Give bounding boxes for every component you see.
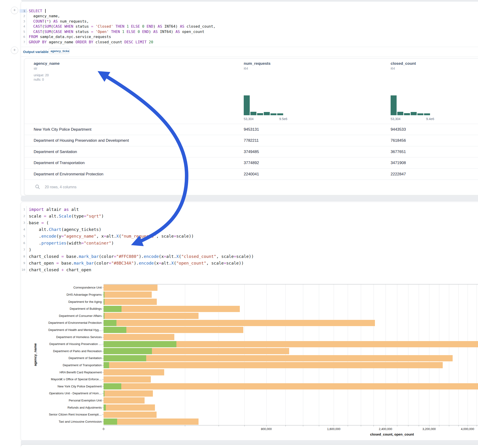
cell-closed-count: 7618456 [391, 138, 406, 143]
code-text: alt.Chart(agency_tickets) [26, 226, 101, 233]
code-line: 3 COUNT(*) AS num_requests, [20, 19, 215, 24]
line-number: 2 [20, 14, 26, 18]
code-line: 2scale = alt.Scale(type="sqrt") [20, 213, 254, 219]
code-line: 10chart_closed + chart_open [20, 266, 254, 273]
line-number: 1 [20, 208, 26, 211]
histogram-bar [277, 113, 283, 115]
code-text: chart_closed = base.mark_bar(color="#FFC… [26, 253, 254, 260]
line-number: 7 [20, 248, 26, 251]
code-line: 8chart_closed = base.mark_bar(color="#FF… [20, 253, 254, 260]
code-line: 9chart_open = base.mark_bar(color="#8BC3… [20, 260, 254, 266]
line-number: 6 [20, 35, 26, 38]
code-line: 5 .encode(y="agency_name", x=alt.X("num_… [20, 233, 254, 239]
sql-code-editor[interactable]: 1⌄SELECT 2 agency_name,3 COUNT(*) AS num… [20, 8, 215, 45]
histogram-bar [424, 113, 430, 115]
cell-num-requests: 3774892 [244, 161, 259, 165]
cell-gap [21, 196, 478, 201]
cell-num-requests: 9453131 [244, 127, 259, 132]
line-number: 6 [20, 241, 26, 245]
code-text: GROUP BY agency_name ORDER BY closed_cou… [26, 39, 153, 45]
output-variable-label: Output variable: [23, 50, 50, 54]
output-variable-input[interactable]: agency_tickets [49, 48, 69, 54]
cell-num-requests: 7782211 [244, 138, 259, 143]
histogram-bar [417, 113, 423, 115]
cell-closed-count: 3677651 [391, 149, 406, 154]
column-type-closed-count: i64 [391, 67, 395, 70]
next-cell-edge [21, 445, 478, 448]
cell-agency-name: Department of Transportation [34, 161, 85, 165]
table-row-count: 20 rows, 4 columns [45, 185, 76, 189]
line-number: 4 [20, 228, 26, 231]
table-row: Department of Environmental Protection22… [25, 168, 478, 180]
histogram-max-label: 9.5e6 [279, 117, 287, 121]
code-text: COUNT(*) AS num_requests, [26, 19, 89, 24]
line-number: 10 [20, 268, 26, 272]
histogram-bar [270, 113, 277, 115]
histogram-min-label: 53,304 [244, 117, 254, 121]
histogram-num-requests [244, 95, 284, 115]
python-code-editor[interactable]: 1import altair as alt2scale = alt.Scale(… [20, 206, 254, 273]
code-line: 1import altair as alt [20, 206, 254, 213]
cell-closed-count: 2222847 [391, 172, 406, 176]
code-line: 3⌄base = ( [20, 219, 254, 226]
column-header-closed-count[interactable]: closed_count [391, 61, 416, 66]
cell-agency-name: Department of Environmental Protection [34, 172, 103, 176]
code-text: .encode(y="agency_name", x=alt.X("num_re… [26, 233, 194, 239]
cell-closed-count: 9443533 [391, 127, 406, 132]
histogram-closed-count [391, 95, 431, 115]
histogram-bar [250, 112, 256, 115]
fold-chevron-icon[interactable]: ⌄ [27, 222, 28, 224]
code-text: scale = alt.Scale(type="sqrt") [26, 213, 104, 219]
code-text: chart_open = base.mark_bar(color="#8BC34… [26, 260, 244, 266]
x-axis-title: closed_count, open_count [370, 432, 414, 436]
table-row-end-border [25, 180, 478, 180]
column-stat-nulls: nulls: 0 [34, 78, 44, 81]
histogram-min-label: 53,304 [391, 117, 401, 121]
histogram-bar [257, 113, 263, 115]
cell-closed-count: 3471908 [391, 161, 406, 165]
code-line: 6 .properties(width="container") [20, 239, 254, 246]
notebook-page: + + 1⌄SELECT 2 agency_name,3 COUNT(*) AS… [0, 0, 478, 448]
cell-section-divider-2 [21, 56, 478, 57]
code-line: 2 agency_name, [20, 14, 215, 19]
add-cell-button-top[interactable]: + [11, 7, 18, 14]
code-line: 4 alt.Chart(agency_tickets) [20, 226, 254, 233]
search-icon[interactable] [35, 184, 40, 189]
add-cell-button-output[interactable]: + [11, 47, 18, 54]
column-type-num-requests: i64 [244, 67, 248, 70]
code-text: agency_name, [26, 14, 60, 19]
column-type-agency-name: str [34, 67, 37, 70]
cell-num-requests: 3749485 [244, 149, 259, 154]
code-line: 1⌄SELECT [20, 8, 215, 14]
cell-num-requests: 2240041 [244, 172, 259, 176]
y-axis-title: agency_name [33, 343, 37, 366]
table-row: Department of Sanitation37494853677651 [25, 146, 478, 157]
code-text: CAST(SUM(CASE WHEN status = 'Closed' THE… [26, 24, 215, 29]
line-number: 4 [20, 25, 26, 28]
column-header-num-requests[interactable]: num_requests [244, 61, 270, 66]
line-number: 3⌄ [20, 221, 26, 224]
histogram-bar [244, 95, 250, 115]
line-number: 3 [20, 20, 26, 23]
histogram-max-label: 9.4e6 [426, 117, 434, 121]
code-line: 5 CAST(SUM(CASE WHEN status = 'Open' THE… [20, 29, 215, 34]
line-number: 8 [20, 255, 26, 258]
line-number: 2 [20, 214, 26, 218]
cell-section-divider [21, 47, 478, 47]
table-row: New York City Police Department945313194… [25, 124, 478, 135]
line-number: 1⌄ [20, 9, 26, 13]
table-row: Department of Housing Preservation and D… [25, 135, 478, 146]
cell-agency-name: Department of Housing Preservation and D… [34, 138, 129, 143]
fold-chevron-icon[interactable]: ⌄ [27, 10, 28, 12]
code-line: 4 CAST(SUM(CASE WHEN status = 'Closed' T… [20, 24, 215, 29]
line-number: 5 [20, 30, 26, 33]
line-number: 9 [20, 261, 26, 265]
code-line: 7) [20, 246, 254, 253]
histogram-bar [397, 112, 403, 115]
histogram-bar [411, 112, 417, 115]
code-text: CAST(SUM(CASE WHEN status = 'Open' THEN … [26, 29, 204, 34]
histogram-bar [264, 112, 270, 115]
column-header-agency-name[interactable]: agency_name [34, 61, 59, 66]
cell-agency-name: New York City Police Department [34, 127, 91, 132]
text-cursor [45, 9, 46, 13]
